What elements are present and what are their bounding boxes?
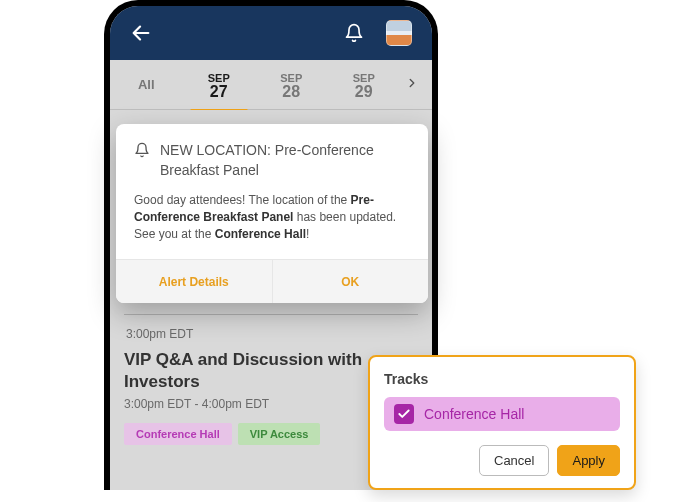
alert-modal: NEW LOCATION: Pre-Conference Breakfast P… [116,124,428,303]
notifications-button[interactable] [344,23,364,43]
tab-day: 27 [183,85,256,99]
back-arrow-icon [130,22,152,44]
tab-day: 29 [328,85,401,99]
schedule-time-header: 3:00pm EDT [126,327,418,341]
app-header [110,6,432,60]
bell-icon [134,142,150,162]
alert-title: NEW LOCATION: Pre-Conference Breakfast P… [160,140,410,180]
bell-icon [344,23,364,43]
alert-ok-button[interactable]: OK [272,260,429,303]
alert-bold-2: Conference Hall [215,227,306,241]
tab-sep-29[interactable]: SEP 29 [328,71,401,99]
tracks-popup: Tracks Conference Hall Cancel Apply [368,355,636,490]
divider [124,314,418,315]
tab-all[interactable]: All [110,78,183,92]
date-next-button[interactable] [400,76,424,94]
alert-text: Good day attendees! The location of the [134,193,351,207]
tab-sep-27[interactable]: SEP 27 [183,71,256,99]
alert-body: Good day attendees! The location of the … [116,188,428,259]
badge-location[interactable]: Conference Hall [124,423,232,445]
alert-actions: Alert Details OK [116,259,428,303]
tracks-actions: Cancel Apply [384,445,620,476]
tab-day: 28 [255,85,328,99]
date-tabs: All SEP 27 SEP 28 SEP 29 [110,60,432,110]
apply-button[interactable]: Apply [557,445,620,476]
alert-header: NEW LOCATION: Pre-Conference Breakfast P… [116,124,428,188]
tab-sep-28[interactable]: SEP 28 [255,71,328,99]
back-button[interactable] [130,22,152,44]
alert-text: ! [306,227,309,241]
checkbox-checked[interactable] [394,404,414,424]
user-avatar[interactable] [386,20,412,46]
cancel-button[interactable]: Cancel [479,445,549,476]
check-icon [397,407,411,421]
track-option-label: Conference Hall [424,406,524,422]
tracks-title: Tracks [384,371,620,387]
alert-details-button[interactable]: Alert Details [116,260,272,303]
track-option-conference-hall[interactable]: Conference Hall [384,397,620,431]
chevron-right-icon [405,76,419,90]
badge-tag[interactable]: VIP Access [238,423,321,445]
